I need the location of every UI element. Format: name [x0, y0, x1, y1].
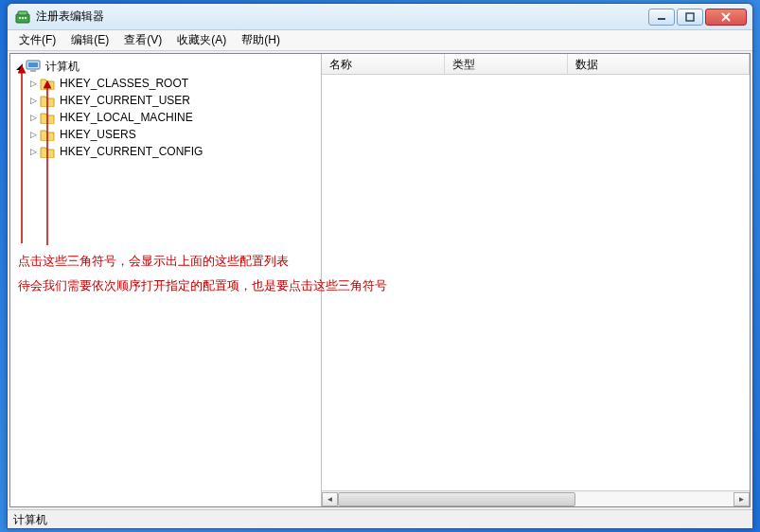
scroll-thumb[interactable]	[338, 492, 575, 506]
list-header[interactable]: 名称 类型 数据	[322, 54, 750, 75]
minimize-button[interactable]	[648, 9, 675, 26]
menu-favorites[interactable]: 收藏夹(A)	[169, 30, 234, 50]
regedit-window: 注册表编辑器 文件(F) 编辑(E) 查看(V) 收藏夹(A) 帮助(H) ◢ …	[7, 3, 753, 529]
tree-item-label: HKEY_CLASSES_ROOT	[58, 75, 190, 92]
svg-rect-1	[18, 11, 27, 15]
tree-children: ▷ HKEY_CLASSES_ROOT ▷ HKEY_CURRENT_USER …	[26, 75, 321, 160]
tree-item[interactable]: ▷ HKEY_CURRENT_USER	[27, 92, 321, 109]
menu-help[interactable]: 帮助(H)	[234, 30, 288, 50]
maximize-button[interactable]	[677, 9, 703, 26]
menu-view[interactable]: 查看(V)	[116, 30, 169, 50]
expander-icon[interactable]: ▷	[27, 143, 40, 160]
tree-item-label: HKEY_CURRENT_USER	[58, 92, 192, 109]
app-icon	[15, 9, 30, 25]
window-buttons	[648, 9, 747, 26]
svg-rect-11	[30, 70, 36, 72]
column-name[interactable]: 名称	[322, 54, 445, 74]
annotation-text-2: 待会我们需要依次顺序打开指定的配置项，也是要点击这些三角符号	[18, 275, 387, 296]
tree-item-label: HKEY_CURRENT_CONFIG	[58, 143, 204, 160]
tree-item[interactable]: ▷ HKEY_USERS	[27, 126, 321, 143]
menu-file[interactable]: 文件(F)	[11, 30, 63, 50]
svg-point-4	[25, 17, 27, 19]
svg-point-3	[22, 17, 24, 19]
expander-icon[interactable]: ▷	[27, 75, 40, 92]
expander-icon[interactable]: ▷	[27, 92, 40, 109]
close-button[interactable]	[705, 9, 747, 26]
status-text: 计算机	[13, 513, 47, 526]
folder-icon	[40, 111, 55, 124]
statusbar: 计算机	[8, 509, 752, 528]
tree-root-label: 计算机	[44, 58, 81, 75]
annotation-text-1: 点击这些三角符号，会显示出上面的这些配置列表	[18, 251, 289, 272]
menu-edit[interactable]: 编辑(E)	[63, 30, 116, 50]
computer-icon	[26, 60, 41, 73]
expander-icon[interactable]: ◢	[12, 58, 26, 75]
window-title: 注册表编辑器	[36, 9, 648, 25]
expander-icon[interactable]: ▷	[27, 109, 40, 126]
tree-item-label: HKEY_USERS	[58, 126, 138, 143]
svg-point-2	[19, 17, 21, 19]
tree-item[interactable]: ▷ HKEY_LOCAL_MACHINE	[27, 109, 321, 126]
tree-root-row[interactable]: ◢ 计算机	[12, 58, 321, 75]
column-data[interactable]: 数据	[568, 54, 750, 74]
folder-icon	[40, 145, 55, 158]
expander-icon[interactable]: ▷	[27, 126, 40, 143]
scroll-right-icon[interactable]: ►	[733, 492, 750, 506]
tree-item[interactable]: ▷ HKEY_CURRENT_CONFIG	[27, 143, 321, 160]
content-area: ◢ 计算机 ▷ HKEY_CLASSES_ROOT ▷ HK	[9, 53, 751, 507]
scroll-track[interactable]	[338, 492, 733, 506]
tree-item-label: HKEY_LOCAL_MACHINE	[58, 109, 195, 126]
folder-icon	[40, 128, 55, 141]
folder-icon	[40, 77, 55, 90]
column-type[interactable]: 类型	[445, 54, 568, 74]
svg-rect-10	[28, 62, 38, 67]
tree-item[interactable]: ▷ HKEY_CLASSES_ROOT	[27, 75, 321, 92]
registry-tree: ◢ 计算机 ▷ HKEY_CLASSES_ROOT ▷ HK	[10, 54, 321, 160]
titlebar[interactable]: 注册表编辑器	[8, 4, 752, 30]
scroll-left-icon[interactable]: ◄	[322, 492, 338, 506]
svg-rect-6	[686, 13, 694, 21]
folder-icon	[40, 94, 55, 107]
horizontal-scrollbar[interactable]: ◄ ►	[322, 490, 750, 506]
menubar: 文件(F) 编辑(E) 查看(V) 收藏夹(A) 帮助(H)	[8, 30, 752, 51]
